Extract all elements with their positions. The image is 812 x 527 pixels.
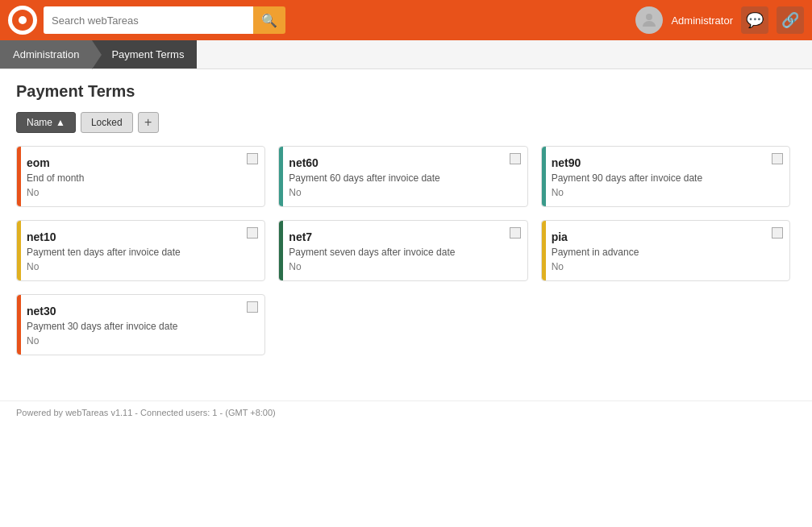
card-locked-eom: No: [27, 187, 255, 198]
card-net30[interactable]: net30 Payment 30 days after invoice date…: [16, 294, 265, 355]
card-name-net90: net90: [552, 156, 780, 169]
page-title: Payment Terms: [16, 82, 796, 101]
card-locked-pia: No: [552, 261, 780, 272]
card-net60[interactable]: net60 Payment 60 days after invoice date…: [278, 146, 527, 207]
card-name-net10: net10: [27, 230, 255, 243]
card-eom[interactable]: eom End of month No: [16, 146, 265, 207]
footer: Powered by webTareas v1.11 - Connected u…: [0, 400, 812, 424]
card-description-net90: Payment 90 days after invoice date: [552, 172, 780, 184]
admin-name-label: Administrator: [671, 15, 733, 27]
card-locked-net90: No: [552, 187, 780, 198]
logo-icon[interactable]: [8, 6, 37, 35]
card-name-net60: net60: [289, 156, 517, 169]
messages-icon[interactable]: 💬: [741, 6, 768, 34]
search-input[interactable]: [44, 6, 253, 34]
card-locked-net10: No: [27, 261, 255, 272]
card-locked-net60: No: [289, 187, 517, 198]
add-button[interactable]: +: [138, 112, 159, 133]
card-checkbox-net90[interactable]: [772, 153, 783, 164]
card-name-pia: pia: [552, 230, 780, 243]
breadcrumb-administration[interactable]: Administration: [0, 40, 92, 68]
card-description-eom: End of month: [27, 172, 255, 184]
card-description-net7: Payment seven days after invoice date: [289, 247, 517, 258]
header: 🔍 Administrator 💬 🔗: [0, 0, 812, 40]
card-name-net7: net7: [289, 230, 517, 243]
card-checkbox-net7[interactable]: [510, 227, 521, 239]
card-locked-net30: No: [27, 335, 255, 346]
card-description-net30: Payment 30 days after invoice date: [27, 321, 255, 332]
toolbar: Name ▲ Locked +: [16, 112, 796, 133]
card-net7[interactable]: net7 Payment seven days after invoice da…: [278, 220, 527, 281]
header-right: Administrator 💬 🔗: [635, 6, 804, 34]
card-name-net30: net30: [27, 305, 255, 317]
card-checkbox-pia[interactable]: [772, 227, 783, 239]
breadcrumb-payment-terms[interactable]: Payment Terms: [92, 40, 197, 68]
card-checkbox-eom[interactable]: [247, 153, 258, 164]
card-checkbox-net30[interactable]: [247, 301, 258, 313]
card-checkbox-net60[interactable]: [510, 153, 521, 164]
card-description-pia: Payment in advance: [552, 247, 780, 258]
card-checkbox-net10[interactable]: [247, 227, 258, 239]
card-net90[interactable]: net90 Payment 90 days after invoice date…: [541, 146, 790, 207]
card-net10[interactable]: net10 Payment ten days after invoice dat…: [16, 220, 265, 281]
card-locked-net7: No: [289, 261, 517, 272]
search-button[interactable]: 🔍: [253, 6, 285, 34]
avatar: [635, 6, 663, 34]
footer-text: Powered by webTareas v1.11 - Connected u…: [16, 408, 276, 417]
card-pia[interactable]: pia Payment in advance No: [541, 220, 790, 281]
card-description-net60: Payment 60 days after invoice date: [289, 172, 517, 184]
search-wrapper: 🔍: [44, 6, 285, 34]
card-description-net10: Payment ten days after invoice date: [27, 247, 255, 258]
name-sort-button[interactable]: Name ▲: [16, 112, 76, 133]
link-icon[interactable]: 🔗: [777, 6, 804, 34]
cards-grid: eom End of month No net60 Payment 60 day…: [16, 146, 790, 355]
locked-filter-button[interactable]: Locked: [81, 112, 133, 133]
main-content: Payment Terms Name ▲ Locked + eom End of…: [0, 69, 812, 368]
search-icon: 🔍: [261, 13, 277, 28]
sort-asc-icon: ▲: [56, 117, 65, 128]
breadcrumb: Administration Payment Terms: [0, 40, 812, 69]
card-name-eom: eom: [27, 156, 255, 169]
svg-point-0: [646, 14, 652, 20]
